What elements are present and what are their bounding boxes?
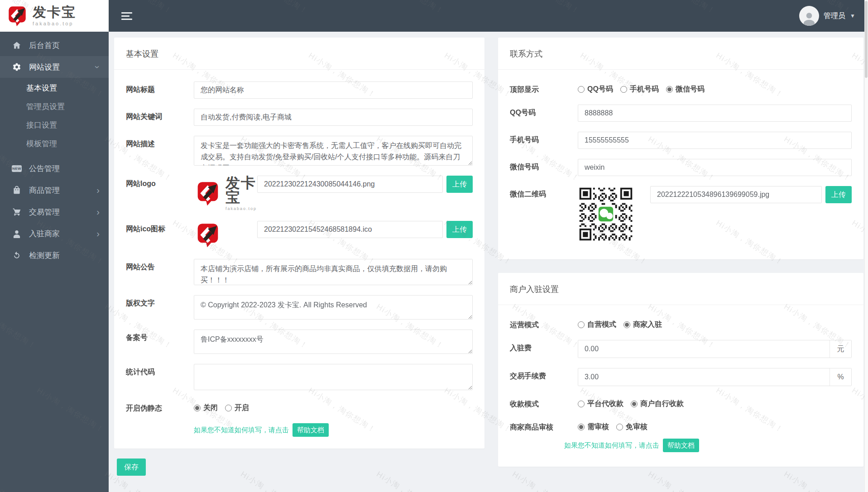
chevron-right-icon: › bbox=[96, 207, 100, 216]
sidebar-item-site-settings[interactable]: 网站设置 › bbox=[0, 56, 109, 78]
top-display-qq-option[interactable]: QQ号码 bbox=[578, 85, 613, 94]
site-title-input[interactable] bbox=[194, 81, 473, 99]
merchant-join-option[interactable]: 商家入驻 bbox=[623, 320, 662, 330]
copyright-label: 版权文字 bbox=[126, 295, 194, 320]
top-display-radio-group: QQ号码 手机号码 微信号码 bbox=[578, 81, 705, 94]
notice-textarea[interactable]: 本店铺为演示店铺，所有展示的商品均非真实商品，仅供填充数据用，请勿购买！！！ bbox=[194, 259, 473, 285]
merchant-collect-radio[interactable] bbox=[631, 401, 638, 407]
top-display-phone-radio[interactable] bbox=[620, 86, 627, 93]
qr-upload-button[interactable]: 上传 bbox=[825, 186, 852, 203]
collect-mode-radio-group: 平台代收款 商户自行收款 bbox=[578, 396, 684, 409]
self-operated-radio[interactable] bbox=[578, 321, 585, 328]
wechat-id-label: 微信号码 bbox=[510, 159, 578, 176]
brand-logo-icon bbox=[5, 4, 29, 28]
sidebar: 发卡宝 fakabao.top 后台首页 网站设置 › 基本设置 管理员设置 bbox=[0, 0, 109, 492]
chevron-down-icon: ▼ bbox=[850, 13, 855, 19]
top-display-phone-option[interactable]: 手机号码 bbox=[620, 85, 659, 94]
help-doc-button[interactable]: 帮助文档 bbox=[663, 439, 699, 452]
sidebar-item-products[interactable]: 商品管理 › bbox=[0, 179, 109, 201]
radio-label: QQ号码 bbox=[587, 85, 613, 94]
logo-label: 网站logo bbox=[126, 176, 194, 211]
audit-free-option[interactable]: 免审核 bbox=[616, 422, 647, 432]
audit-required-option[interactable]: 需审核 bbox=[578, 422, 609, 432]
copyright-textarea[interactable]: © Copyright 2022-2023 发卡宝. All Rights Re… bbox=[194, 295, 473, 320]
help-hint-text: 如果您不知道如何填写，请点击 bbox=[564, 441, 659, 450]
ico-filename-input[interactable] bbox=[257, 221, 443, 238]
menu-toggle-icon[interactable] bbox=[121, 12, 132, 20]
description-textarea[interactable]: 发卡宝是一套功能强大的卡密寄售系统，无需人工值守，客户在线购买即可自动完成交易。… bbox=[194, 136, 473, 166]
brand-domain: fakabao.top bbox=[33, 21, 76, 26]
platform-collect-option[interactable]: 平台代收款 bbox=[578, 399, 623, 409]
entry-fee-label: 入驻费 bbox=[510, 340, 578, 358]
bag-icon bbox=[12, 185, 22, 195]
radio-label: 平台代收款 bbox=[587, 399, 623, 409]
save-button[interactable]: 保存 bbox=[117, 459, 146, 476]
logo-upload-button[interactable]: 上传 bbox=[446, 176, 473, 193]
radio-label: 开启 bbox=[235, 403, 249, 413]
logo-filename-input[interactable] bbox=[257, 176, 443, 193]
self-operated-option[interactable]: 自营模式 bbox=[578, 320, 616, 330]
sidebar-item-announcements[interactable]: NEW 公告管理 bbox=[0, 158, 109, 179]
product-audit-label: 商家商品审核 bbox=[510, 419, 578, 432]
site-settings-submenu: 基本设置 管理员设置 接口设置 模板管理 bbox=[0, 78, 109, 158]
update-icon bbox=[12, 250, 22, 260]
topbar: 管理员 ▼ bbox=[109, 0, 868, 32]
sidebar-item-label: 商品管理 bbox=[29, 185, 60, 196]
sidebar-item-merchants[interactable]: 入驻商家 › bbox=[0, 223, 109, 244]
help-doc-button[interactable]: 帮助文档 bbox=[293, 423, 329, 437]
merchant-settings-card: 商户入驻设置 运营模式 自营模式 bbox=[498, 273, 863, 467]
new-badge-icon: NEW bbox=[12, 163, 22, 173]
scrollbar[interactable] bbox=[864, 0, 868, 492]
qq-number-input[interactable] bbox=[578, 105, 852, 122]
sidebar-item-trades[interactable]: 交易管理 › bbox=[0, 201, 109, 223]
rewrite-off-option[interactable]: 关闭 bbox=[194, 403, 218, 413]
top-display-wechat-radio[interactable] bbox=[666, 86, 673, 93]
ico-label: 网站ico图标 bbox=[126, 221, 194, 249]
keywords-label: 网站关键词 bbox=[126, 109, 194, 126]
icp-textarea[interactable]: 鲁ICP备xxxxxxxx号 bbox=[194, 330, 473, 354]
sidebar-item-label: 网站设置 bbox=[29, 62, 60, 72]
site-logo-preview: 发卡宝 fakabao.top bbox=[194, 176, 257, 211]
product-audit-radio-group: 需审核 免审核 bbox=[578, 419, 647, 432]
sidebar-item-check-update[interactable]: 检测更新 bbox=[0, 244, 109, 266]
contact-card: 联系方式 顶部显示 QQ号码 bbox=[498, 38, 863, 259]
entry-fee-input[interactable] bbox=[578, 340, 830, 358]
brand-logo-icon bbox=[194, 179, 222, 207]
top-display-label: 顶部显示 bbox=[510, 81, 578, 95]
commission-unit: % bbox=[830, 368, 851, 386]
chevron-right-icon: › bbox=[96, 186, 100, 195]
submenu-item-admin-settings[interactable]: 管理员设置 bbox=[0, 97, 109, 116]
sidebar-item-label: 入驻商家 bbox=[29, 229, 60, 239]
submenu-item-template-manage[interactable]: 模板管理 bbox=[0, 134, 109, 153]
rewrite-off-radio[interactable] bbox=[194, 405, 201, 411]
user-menu[interactable]: 管理员 ▼ bbox=[799, 6, 855, 26]
merchant-join-radio[interactable] bbox=[623, 321, 630, 328]
keywords-input[interactable] bbox=[194, 109, 473, 126]
rewrite-on-radio[interactable] bbox=[225, 405, 232, 411]
wechat-id-input[interactable] bbox=[578, 159, 852, 176]
submenu-item-api-settings[interactable]: 接口设置 bbox=[0, 116, 109, 134]
merchant-collect-option[interactable]: 商户自行收款 bbox=[631, 399, 684, 409]
radio-label: 手机号码 bbox=[630, 85, 659, 94]
rewrite-radio-group: 关闭 开启 bbox=[194, 400, 249, 413]
top-display-wechat-option[interactable]: 微信号码 bbox=[666, 85, 705, 94]
brand-logo[interactable]: 发卡宝 fakabao.top bbox=[0, 0, 109, 32]
ico-upload-button[interactable]: 上传 bbox=[446, 221, 473, 238]
sidebar-item-label: 交易管理 bbox=[29, 207, 60, 217]
platform-collect-radio[interactable] bbox=[578, 401, 585, 407]
sidebar-item-dashboard[interactable]: 后台首页 bbox=[0, 34, 109, 56]
stats-code-textarea[interactable] bbox=[194, 364, 473, 390]
submenu-item-basic-settings[interactable]: 基本设置 bbox=[0, 79, 109, 97]
audit-free-radio[interactable] bbox=[616, 424, 623, 430]
brand-name: 发卡宝 bbox=[225, 176, 257, 205]
scrollbar-thumb[interactable] bbox=[865, 1, 868, 78]
qr-filename-input[interactable] bbox=[650, 186, 822, 203]
rewrite-on-option[interactable]: 开启 bbox=[225, 403, 249, 413]
commission-input[interactable] bbox=[578, 368, 830, 386]
avatar bbox=[799, 6, 819, 26]
phone-number-input[interactable] bbox=[578, 132, 852, 149]
audit-required-radio[interactable] bbox=[578, 424, 585, 430]
content: 基本设置 网站标题 网站关键词 网站描述 发卡宝是一套功能强大的卡密寄 bbox=[109, 32, 868, 476]
top-display-qq-radio[interactable] bbox=[578, 86, 585, 93]
sidebar-item-label: 检测更新 bbox=[29, 250, 60, 261]
